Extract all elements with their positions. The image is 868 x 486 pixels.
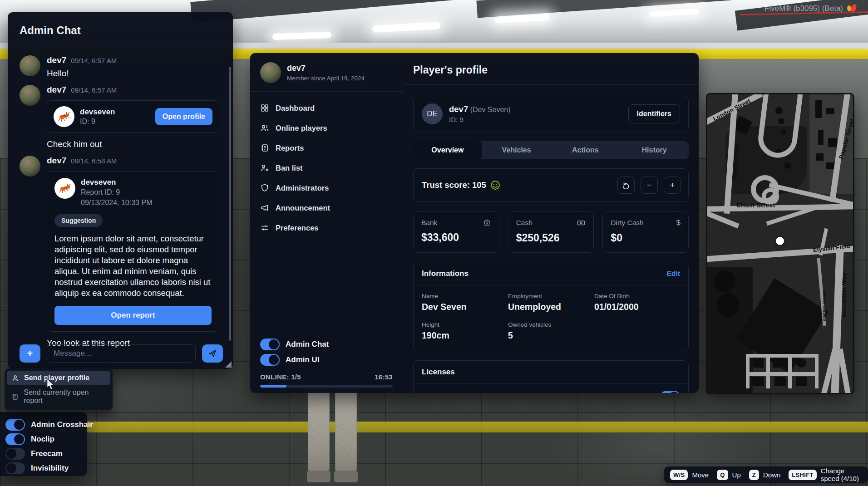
- menu-item-label: Send currently open report: [24, 388, 106, 405]
- money-cards: Bank $33,600 Cash: [413, 211, 689, 253]
- sidebar-item-label: Dashboard: [276, 104, 315, 113]
- street-label: Chum Street: [736, 201, 775, 209]
- trust-reset-button[interactable]: [617, 177, 635, 194]
- chat-message: dev7 09/14, 6:57 AM Hello!: [20, 55, 219, 79]
- tab-history[interactable]: History: [620, 141, 689, 159]
- bank-label: Bank: [421, 219, 437, 227]
- street-label: Abattoir Avenue: [822, 290, 826, 321]
- bank-value: $33,600: [421, 231, 491, 244]
- admin-chat-toggle[interactable]: [260, 339, 280, 350]
- weapon-license-toggle[interactable]: [661, 391, 680, 393]
- message-timestamp: 09/14, 6:57 AM: [71, 86, 117, 94]
- report-embed: devseven Report ID: 9 09/13/2024, 10:33 …: [47, 171, 219, 332]
- chat-message-input[interactable]: [47, 344, 196, 363]
- open-profile-button[interactable]: Open profile: [155, 108, 212, 125]
- chat-message: dev7 09/14, 6:58 AM: [20, 156, 219, 348]
- report-body-text: Lorem ipsum dolor sit amet, consectetur …: [54, 233, 212, 299]
- embed-player-name: devseven: [80, 108, 115, 117]
- identifiers-button[interactable]: Identifiers: [628, 104, 680, 123]
- toggle-label: Admin Chat: [286, 340, 329, 349]
- fivem-build-text: FiveM® (b3095) (Beta): [764, 4, 843, 13]
- trust-increase-button[interactable]: +: [664, 177, 681, 194]
- freecam-toggle[interactable]: [5, 448, 25, 460]
- player-profile-embed: devseven ID: 9 Open profile: [47, 100, 219, 133]
- player-position-marker: [776, 237, 784, 245]
- field-date-of-birth: Date Of Birth 01/01/2000: [594, 293, 680, 312]
- bank-icon: [483, 218, 491, 227]
- menu-item-send-open-report[interactable]: Send currently open report: [7, 385, 110, 408]
- field-employment: Employment Unemployed: [508, 293, 590, 312]
- avatar: [260, 62, 281, 83]
- cash-value: $250,526: [516, 232, 586, 244]
- edit-informations-link[interactable]: Edit: [667, 270, 680, 278]
- person-icon: [11, 374, 19, 382]
- profile-main: Player's profile DE dev7 (Dev Seven) ID:…: [403, 53, 699, 393]
- sidebar-member-since: Member since April 19, 2024: [287, 75, 365, 82]
- sidebar-item-announcement[interactable]: Announcement: [260, 203, 393, 212]
- trust-decrease-button[interactable]: −: [641, 177, 658, 194]
- online-count: ONLINE: 1/5: [260, 373, 301, 381]
- admin-chat-title: Admin Chat: [8, 12, 233, 46]
- avatar: [20, 55, 40, 76]
- cash-card: Cash $250,526: [508, 211, 594, 253]
- embed-player-id: ID: 9: [80, 118, 115, 126]
- field-name: Name Dev Seven: [422, 293, 503, 312]
- sidebar-item-reports[interactable]: Reports: [260, 143, 393, 152]
- sidebar-item-administrators[interactable]: Administrators: [260, 183, 393, 192]
- devseven-avatar: [54, 178, 75, 199]
- dashboard-icon: [260, 103, 269, 113]
- player-name: dev7: [449, 104, 468, 114]
- tab-overview[interactable]: Overview: [413, 141, 482, 159]
- menu-item-label: Send player profile: [24, 374, 89, 382]
- admin-crosshair-toggle[interactable]: [5, 419, 25, 431]
- sidebar-item-label: Announcement: [276, 204, 330, 212]
- smiley-icon: [490, 180, 500, 190]
- noclip-toggle[interactable]: [5, 433, 25, 445]
- admin-ui-toggle[interactable]: [260, 354, 280, 366]
- sidebar-item-preferences[interactable]: Preferences: [260, 223, 393, 232]
- sidebar-item-label: Administrators: [276, 184, 329, 192]
- admin-ui-panel: dev7 Member since April 19, 2024 Dashboa…: [250, 53, 699, 393]
- keybind-label: Move: [692, 471, 709, 479]
- player-avatar: DE: [422, 103, 443, 124]
- chat-attach-button[interactable]: +: [20, 344, 40, 363]
- chat-scrollbar[interactable]: [229, 67, 231, 341]
- refresh-icon: [622, 181, 630, 189]
- report-icon: [11, 393, 19, 401]
- menu-item-send-player-profile[interactable]: Send player profile: [7, 371, 110, 385]
- server-time: 16:53: [375, 373, 393, 381]
- mouse-cursor: [45, 378, 55, 390]
- player-alias: (Dev Seven): [470, 106, 511, 113]
- chat-attach-menu: Send player profile Send currently open …: [5, 368, 113, 410]
- tab-actions[interactable]: Actions: [551, 141, 620, 159]
- sidebar-item-label: Reports: [276, 144, 304, 152]
- sidebar-item-ban-list[interactable]: Ban list: [260, 163, 393, 172]
- key-lshift: LSHIFT: [789, 470, 816, 480]
- license-row-weapon: Weapon License: [414, 384, 688, 393]
- minimap: London Street Signal Street Chum Street …: [707, 94, 853, 393]
- send-message-button[interactable]: [202, 344, 223, 363]
- sidebar-item-label: Online players: [276, 124, 327, 133]
- dirty-cash-label: Dirty Cash: [611, 219, 643, 227]
- sidebar-item-online-players[interactable]: Online players: [260, 123, 393, 133]
- ant-icon: [57, 110, 71, 123]
- tab-vehicles[interactable]: Vehicles: [482, 141, 551, 159]
- message-timestamp: 09/14, 6:57 AM: [71, 57, 117, 64]
- report-tag-badge: Suggestion: [54, 214, 103, 227]
- invisibility-toggle[interactable]: [5, 462, 25, 474]
- megaphone-icon: [260, 203, 269, 212]
- banknote-icon: [577, 218, 586, 227]
- ant-icon: [58, 182, 72, 195]
- page-title: Player's profile: [403, 53, 699, 84]
- player-header-card: DE dev7 (Dev Seven) ID: 9 Identifiers: [413, 96, 689, 132]
- field-height: Height 190cm: [422, 321, 503, 341]
- profile-tabs: Overview Vehicles Actions History: [413, 141, 689, 159]
- fivem-watermark: FiveM® (b3095) (Beta): [764, 4, 856, 13]
- admin-quick-toggles-panel: Admin Crosshair Noclip Freecam Invisibil…: [0, 412, 87, 476]
- open-report-button[interactable]: Open report: [54, 306, 212, 325]
- report-id: Report ID: 9: [81, 188, 152, 197]
- informations-title: Informations: [422, 269, 469, 278]
- sidebar-item-dashboard[interactable]: Dashboard: [260, 103, 393, 113]
- chat-resize-handle[interactable]: [225, 361, 232, 368]
- devseven-avatar: [54, 106, 74, 127]
